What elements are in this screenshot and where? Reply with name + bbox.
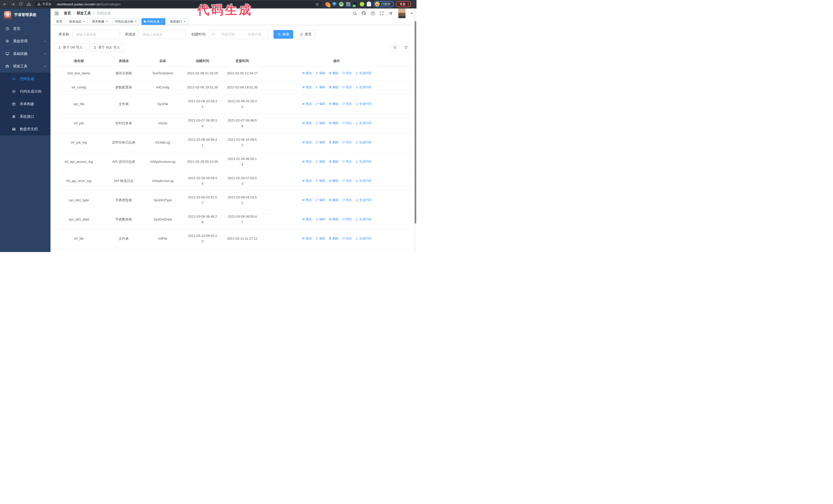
action-delete-link[interactable]: 删除 — [329, 216, 339, 222]
extension-on-badge-icon[interactable] — [353, 2, 357, 6]
font-size-icon[interactable]: тT — [388, 11, 393, 16]
sidebar-submenu-item[interactable]: 表单构建 — [0, 98, 50, 110]
action-download-link[interactable]: 生成代码 — [355, 236, 372, 241]
action-download-link[interactable]: 生成代码 — [355, 120, 372, 126]
action-sync-link[interactable]: 同步 — [342, 236, 352, 241]
action-download-link[interactable]: 生成代码 — [355, 85, 372, 90]
action-download-link[interactable]: 生成代码 — [355, 178, 372, 184]
action-sync-link[interactable]: 同步 — [342, 178, 352, 184]
sidebar-submenu-item[interactable]: 数据库文档 — [0, 123, 50, 135]
browser-menu-icon[interactable] — [408, 3, 408, 6]
search-button[interactable]: 搜索 — [273, 30, 293, 39]
action-eye-link[interactable]: 预览 — [302, 120, 312, 126]
tags-view-tab[interactable]: 链路追踪 × — [67, 18, 88, 25]
action-sync-link[interactable]: 同步 — [342, 216, 352, 222]
action-sync-link[interactable]: 同步 — [342, 85, 352, 90]
user-menu-caret-icon[interactable] — [410, 13, 413, 16]
breadcrumb-item[interactable]: 代码生成 — [97, 11, 111, 16]
address-bar[interactable]: 不安全 dashboard.yudao.iocoder.cn/tool/code… — [34, 1, 322, 7]
action-edit-link[interactable]: 编辑 — [315, 120, 325, 126]
action-delete-link[interactable]: 删除 — [329, 101, 339, 106]
close-tab-icon[interactable]: × — [161, 20, 163, 23]
paused-badge[interactable]: 已暂停 — [374, 1, 394, 7]
action-edit-link[interactable]: 编辑 — [315, 140, 325, 145]
sidebar-menu-item[interactable]: 基础设施 — [0, 47, 50, 60]
sidebar-collapse-icon[interactable] — [54, 11, 59, 16]
action-edit-link[interactable]: 编辑 — [315, 101, 325, 106]
breadcrumb-item[interactable]: 研发工具 — [77, 11, 91, 16]
close-tab-icon[interactable]: × — [83, 20, 85, 23]
date-end-placeholder[interactable]: 结束日期 — [244, 32, 265, 37]
action-delete-link[interactable]: 删除 — [329, 85, 339, 90]
browser-update-button[interactable]: 更新 — [396, 1, 411, 7]
action-download-link[interactable]: 生成代码 — [355, 159, 372, 164]
action-eye-link[interactable]: 预览 — [302, 216, 312, 222]
page-scrollbar[interactable] — [414, 9, 416, 252]
action-download-link[interactable]: 生成代码 — [355, 70, 372, 76]
back-icon[interactable] — [3, 2, 7, 6]
action-sync-link[interactable]: 同步 — [342, 101, 352, 106]
extension-gem-icon[interactable] — [332, 2, 336, 6]
search-icon[interactable] — [352, 11, 357, 16]
action-eye-link[interactable]: 预览 — [302, 85, 312, 90]
help-icon[interactable] — [371, 11, 375, 16]
action-eye-link[interactable]: 预览 — [302, 101, 312, 106]
action-edit-link[interactable]: 编辑 — [315, 159, 325, 164]
action-edit-link[interactable]: 编辑 — [315, 85, 325, 90]
import-sql-button[interactable]: 基于 SQL 导入 — [89, 43, 124, 52]
action-download-link[interactable]: 生成代码 — [355, 140, 372, 145]
sidebar-submenu-item[interactable]: 代码生成 — [0, 73, 50, 85]
breadcrumb-item[interactable]: 首页 — [64, 11, 71, 16]
toggle-search-button[interactable] — [390, 43, 399, 52]
action-delete-link[interactable]: 删除 — [329, 70, 339, 76]
date-range-picker[interactable]: 开始日期 - 结束日期 — [209, 30, 268, 39]
tags-view-tab[interactable]: 表单构建 × — [90, 18, 110, 25]
action-delete-link[interactable]: 删除 — [329, 120, 339, 126]
action-sync-link[interactable]: 同步 — [342, 70, 352, 76]
action-sync-link[interactable]: 同步 — [342, 140, 352, 145]
github-icon[interactable] — [361, 11, 366, 16]
extension-grid-icon[interactable] — [346, 2, 350, 6]
extension-green-icon[interactable] — [360, 2, 364, 6]
extension-check-icon[interactable] — [339, 2, 343, 6]
action-edit-link[interactable]: 编辑 — [315, 197, 325, 203]
action-edit-link[interactable]: 编辑 — [315, 236, 325, 241]
action-sync-link[interactable]: 同步 — [342, 197, 352, 203]
extensions-puzzle-icon[interactable] — [367, 2, 371, 6]
action-edit-link[interactable]: 编辑 — [315, 178, 325, 184]
forward-icon[interactable] — [10, 2, 15, 6]
action-download-link[interactable]: 生成代码 — [355, 101, 372, 106]
reload-icon[interactable] — [19, 2, 23, 6]
date-start-placeholder[interactable]: 开始日期 — [217, 32, 239, 37]
sidebar-submenu-item[interactable]: 系统接口 — [0, 110, 50, 123]
action-eye-link[interactable]: 预览 — [302, 159, 312, 164]
home-icon[interactable] — [26, 2, 31, 6]
user-avatar[interactable] — [398, 8, 405, 18]
action-eye-link[interactable]: 预览 — [302, 178, 312, 184]
action-eye-link[interactable]: 预览 — [302, 236, 312, 241]
action-edit-link[interactable]: 编辑 — [315, 70, 325, 76]
bookmark-star-icon[interactable] — [315, 2, 319, 6]
reset-button[interactable]: 重置 — [296, 30, 315, 39]
action-edit-link[interactable]: 编辑 — [315, 216, 325, 222]
sidebar-menu-item[interactable]: 研发工具 — [0, 60, 50, 73]
action-sync-link[interactable]: 同步 — [342, 159, 352, 164]
tags-view-tab[interactable]: 代码生成示例 × — [113, 18, 139, 25]
action-eye-link[interactable]: 预览 — [302, 70, 312, 76]
action-eye-link[interactable]: 预览 — [302, 140, 312, 145]
action-download-link[interactable]: 生成代码 — [355, 197, 372, 203]
table-name-input[interactable] — [72, 30, 120, 39]
refresh-table-button[interactable] — [402, 43, 410, 52]
sidebar-menu-item[interactable]: 系统管理 — [0, 35, 50, 47]
action-delete-link[interactable]: 删除 — [329, 197, 339, 203]
sidebar-menu-item[interactable]: 首页 — [0, 22, 50, 35]
fullscreen-icon[interactable] — [379, 11, 384, 16]
action-download-link[interactable]: 生成代码 — [355, 216, 372, 222]
table-desc-input[interactable] — [139, 30, 186, 39]
action-eye-link[interactable]: 预览 — [302, 197, 312, 203]
sidebar-submenu-item[interactable]: 代码生成示例 — [0, 85, 50, 98]
action-delete-link[interactable]: 删除 — [329, 140, 339, 145]
close-tab-icon[interactable]: × — [105, 20, 108, 23]
app-logo[interactable]: 芋道管理系统 — [0, 8, 50, 21]
close-tab-icon[interactable]: × — [184, 20, 186, 23]
